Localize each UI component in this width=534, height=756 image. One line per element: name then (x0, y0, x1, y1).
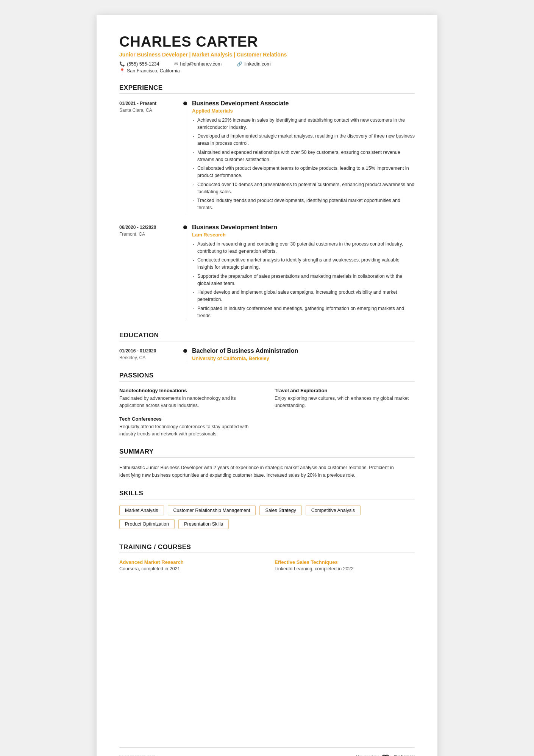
phone-icon: 📞 (119, 61, 125, 67)
exp-dot-2 (183, 225, 187, 229)
enhancv-logo: Enhancv (381, 753, 415, 756)
bullet-item: Maintained and expanded relationships wi… (192, 149, 415, 163)
training-title: TRAINING / COURSES (119, 543, 415, 553)
passion-item-2: Travel and Exploration Enjoy exploring n… (275, 388, 415, 409)
exp-divider-1 (185, 100, 185, 213)
bullet-item: Developed and implemented strategic mark… (192, 133, 415, 147)
location-text: San Francisco, California (127, 68, 180, 74)
passion-name-2: Travel and Exploration (275, 388, 415, 393)
bullet-item: Assisted in researching and contacting o… (192, 241, 415, 255)
passions-section: PASSIONS Nanotechnology Innovations Fasc… (119, 372, 415, 437)
training-grid: Advanced Market Research Coursera, compl… (119, 559, 415, 571)
exp-item-2: 06/2020 - 12/2020 Fremont, CA Business D… (119, 224, 415, 321)
bullet-item: Collaborated with product development te… (192, 165, 415, 179)
training-name-2: Effective Sales Techniques (275, 559, 415, 565)
contact-row: 📞 (555) 555-1234 ✉ help@enhancv.com 🔗 li… (119, 61, 415, 67)
training-section: TRAINING / COURSES Advanced Market Resea… (119, 543, 415, 571)
summary-title: SUMMARY (119, 448, 415, 458)
passion-desc-2: Enjoy exploring new cultures, which enha… (275, 395, 415, 409)
education-section: EDUCATION 01/2016 - 01/2020 Berkeley, CA… (119, 332, 415, 361)
exp-left-2: 06/2020 - 12/2020 Fremont, CA (119, 224, 178, 321)
bullet-item: Tracked industry trends and product deve… (192, 197, 415, 211)
skill-tag-5: Product Optimization (119, 519, 175, 529)
exp-location-1: Santa Clara, CA (119, 108, 178, 113)
edu-divider-1 (185, 347, 185, 361)
footer: www.enhancv.com Powered by Enhancv (119, 747, 415, 756)
exp-right-2: Business Development Intern Lam Research… (192, 224, 415, 321)
training-item-2: Effective Sales Techniques LinkedIn Lear… (275, 559, 415, 571)
exp-company-2: Lam Research (192, 232, 415, 238)
enhancv-logo-icon (381, 753, 393, 756)
edu-right-1: Bachelor of Business Administration Univ… (192, 347, 415, 361)
phone-contact: 📞 (555) 555-1234 (119, 61, 159, 67)
edu-degree-1: Bachelor of Business Administration (192, 347, 415, 354)
training-item-1: Advanced Market Research Coursera, compl… (119, 559, 259, 571)
edu-left-1: 01/2016 - 01/2020 Berkeley, CA (119, 347, 178, 361)
passions-title: PASSIONS (119, 372, 415, 382)
powered-by-label: Powered by (356, 754, 379, 756)
email-icon: ✉ (174, 61, 178, 67)
passion-item-1: Nanotechnology Innovations Fascinated by… (119, 388, 259, 409)
exp-left-1: 01/2021 - Present Santa Clara, CA (119, 100, 178, 213)
skills-title: SKILLS (119, 490, 415, 499)
edu-dot-1 (183, 349, 187, 353)
passion-desc-1: Fascinated by advancements in nanotechno… (119, 395, 259, 409)
skills-section: SKILLS Market Analysis Customer Relation… (119, 490, 415, 533)
brand-name: Enhancv (394, 754, 415, 756)
training-name-1: Advanced Market Research (119, 559, 259, 565)
training-detail-2: LinkedIn Learning, completed in 2022 (275, 566, 415, 571)
skill-tag-3: Sales Strategy (259, 506, 301, 515)
experience-section: EXPERIENCE 01/2021 - Present Santa Clara… (119, 84, 415, 321)
education-title: EDUCATION (119, 332, 415, 341)
candidate-subtitle: Junior Business Developer | Market Analy… (119, 52, 415, 58)
email-address: help@enhancv.com (180, 61, 222, 67)
exp-title-1: Business Development Associate (192, 100, 415, 107)
bullet-item: Helped develop and implement global sale… (192, 289, 415, 303)
training-detail-1: Coursera, completed in 2021 (119, 566, 259, 571)
exp-bullets-1: Achieved a 20% increase in sales by iden… (192, 117, 415, 211)
bullet-item: Conducted competitive market analysis to… (192, 257, 415, 271)
exp-right-1: Business Development Associate Applied M… (192, 100, 415, 213)
experience-title: EXPERIENCE (119, 84, 415, 94)
skill-tag-2: Customer Relationship Management (168, 506, 256, 515)
edu-date-1: 01/2016 - 01/2020 (119, 348, 178, 354)
link-icon: 🔗 (237, 61, 242, 67)
bullet-item: Participated in industry conferences and… (192, 305, 415, 319)
header-section: CHARLES CARTER Junior Business Developer… (119, 34, 415, 74)
linkedin-contact: 🔗 linkedin.com (237, 61, 270, 67)
phone-number: (555) 555-1234 (127, 61, 159, 67)
exp-date-1: 01/2021 - Present (119, 101, 178, 106)
passion-name-3: Tech Conferences (119, 416, 259, 422)
linkedin-url: linkedin.com (244, 61, 270, 67)
exp-item-1: 01/2021 - Present Santa Clara, CA Busine… (119, 100, 415, 213)
footer-url: www.enhancv.com (119, 754, 155, 756)
candidate-name: CHARLES CARTER (119, 34, 415, 50)
passion-name-1: Nanotechnology Innovations (119, 388, 259, 393)
resume-page: CHARLES CARTER Junior Business Developer… (97, 15, 437, 756)
email-contact: ✉ help@enhancv.com (174, 61, 222, 67)
location-icon: 📍 (119, 68, 125, 74)
edu-item-1: 01/2016 - 01/2020 Berkeley, CA Bachelor … (119, 347, 415, 361)
passion-desc-3: Regularly attend technology conferences … (119, 423, 259, 438)
skill-tag-6: Presentation Skills (178, 519, 229, 529)
edu-location-1: Berkeley, CA (119, 355, 178, 360)
bullet-item: Achieved a 20% increase in sales by iden… (192, 117, 415, 131)
exp-dot-1 (183, 102, 187, 105)
exp-location-2: Fremont, CA (119, 232, 178, 237)
skills-grid: Market Analysis Customer Relationship Ma… (119, 506, 415, 533)
location-row: 📍 San Francisco, California (119, 68, 415, 74)
passion-item-3: Tech Conferences Regularly attend techno… (119, 416, 259, 438)
bullet-item: Conducted over 10 demos and presentation… (192, 181, 415, 196)
passions-grid: Nanotechnology Innovations Fascinated by… (119, 388, 415, 437)
footer-powered: Powered by Enhancv (356, 753, 415, 756)
exp-divider-2 (185, 224, 185, 321)
exp-company-1: Applied Materials (192, 108, 415, 114)
edu-school-1: University of California, Berkeley (192, 355, 415, 361)
skill-tag-1: Market Analysis (119, 506, 164, 515)
skill-tag-4: Competitive Analysis (306, 506, 361, 515)
exp-bullets-2: Assisted in researching and contacting o… (192, 241, 415, 319)
exp-title-2: Business Development Intern (192, 224, 415, 231)
bullet-item: Supported the preparation of sales prese… (192, 273, 415, 287)
summary-section: SUMMARY Enthusiastic Junior Business Dev… (119, 448, 415, 479)
summary-text: Enthusiastic Junior Business Developer w… (119, 464, 415, 479)
